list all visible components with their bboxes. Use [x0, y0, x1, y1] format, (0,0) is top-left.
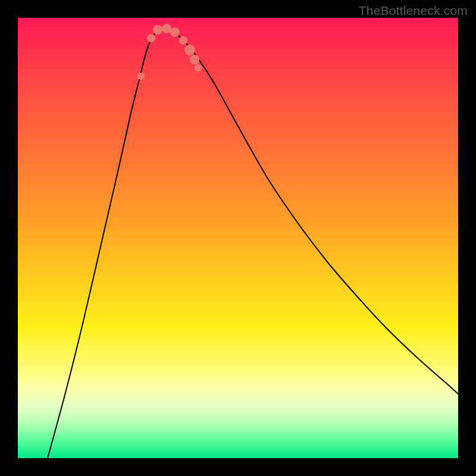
curve-svg: [18, 18, 458, 458]
watermark-text: TheBottleneck.com: [359, 4, 468, 18]
highlight-dot: [170, 27, 180, 37]
highlight-dot: [195, 64, 202, 71]
plot-area: [18, 18, 458, 458]
highlight-dot: [190, 55, 199, 64]
highlight-dot: [184, 45, 195, 55]
highlight-dot: [137, 73, 145, 80]
outer-frame: TheBottleneck.com: [0, 0, 476, 476]
highlight-dot: [153, 25, 162, 35]
highlight-dot: [179, 36, 187, 45]
highlight-dots: [137, 24, 202, 80]
highlight-dot: [147, 34, 155, 42]
highlight-dot: [162, 24, 171, 33]
bottleneck-curve: [48, 29, 458, 458]
